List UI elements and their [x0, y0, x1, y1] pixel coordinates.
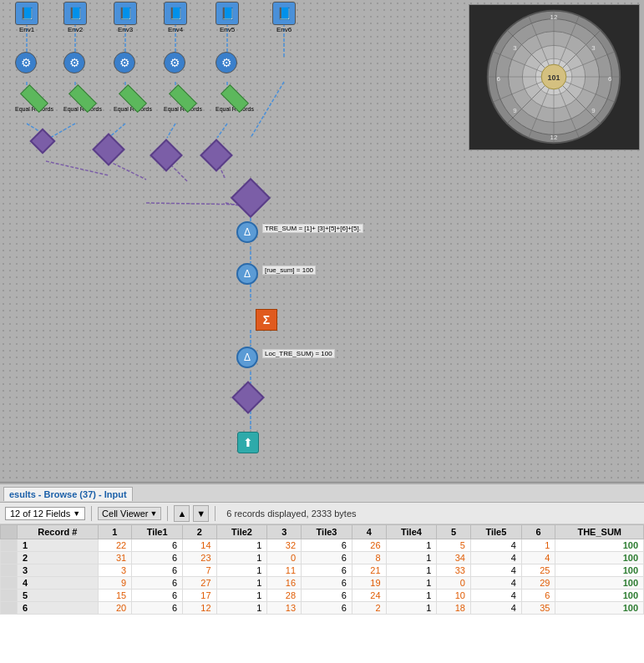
workflow-canvas: 📘 Env1 📘 Env2 📘 Env3 📘 Env4 📘 Env5 📘 Env…	[0, 0, 644, 483]
table-body: 1226141326261541100231623106813444100336…	[1, 539, 644, 615]
table-cell: 24	[352, 590, 386, 602]
filter1-icon: Δ	[236, 263, 258, 285]
node-filter1[interactable]: Δ	[236, 263, 258, 285]
results-tab[interactable]: esults - Browse (37) - Input	[3, 487, 133, 501]
node-circle1[interactable]: ⚙	[15, 52, 37, 73]
table-cell: 1	[216, 539, 267, 552]
toolbar-separator3	[215, 506, 216, 521]
svg-text:6: 6	[608, 75, 612, 83]
row-indicator	[1, 552, 18, 564]
th-tile5[interactable]: Tile5	[470, 525, 521, 539]
node-join3[interactable]: Equal Records	[114, 92, 152, 112]
th-1[interactable]: 1	[98, 525, 132, 539]
th-tile2[interactable]: Tile2	[216, 525, 267, 539]
cell-viewer-label: Cell Viewer	[102, 509, 148, 519]
th-tile1[interactable]: Tile1	[132, 525, 183, 539]
row-indicator	[1, 539, 18, 552]
photo-display: 12 3 6 9 12 9 6 3 101	[469, 4, 640, 150]
svg-line-14	[167, 124, 175, 138]
env3-icon: 📘	[114, 2, 137, 25]
table-cell: 10	[437, 590, 471, 602]
node-join2[interactable]: Equal Records	[63, 92, 102, 112]
th-3[interactable]: 3	[267, 525, 302, 539]
table-cell: 15	[98, 590, 132, 602]
table-cell: 14	[183, 539, 217, 552]
table-cell: 6	[132, 564, 183, 577]
node-env2[interactable]: 📘 Env2	[63, 2, 87, 33]
table-row: 3367111621133425100	[1, 564, 644, 577]
bottom-panel: esults - Browse (37) - Input 12 of 12 Fi…	[0, 483, 644, 663]
node-env4[interactable]: 📘 Env4	[164, 2, 187, 33]
table-cell: 31	[98, 552, 132, 564]
svg-line-18	[109, 161, 146, 180]
node-purple2[interactable]	[97, 138, 120, 161]
cell-viewer-arrow[interactable]: ▼	[150, 509, 158, 518]
table-cell: 6	[132, 590, 183, 602]
th-4[interactable]: 4	[352, 525, 386, 539]
node-env3[interactable]: 📘 Env3	[114, 2, 137, 33]
table-cell: 21	[352, 564, 386, 577]
node-formula2[interactable]: Δ	[236, 347, 258, 368]
sort-down-btn[interactable]: ▼	[193, 505, 209, 522]
table-cell: 1	[386, 577, 437, 590]
sort-up-btn[interactable]: ▲	[174, 505, 190, 522]
node-formula1[interactable]: Δ	[236, 221, 258, 243]
table-cell: 100	[555, 539, 644, 552]
node-env6[interactable]: 📘 Env6	[272, 2, 296, 33]
svg-text:6: 6	[496, 75, 500, 83]
th-thesum[interactable]: THE_SUM	[555, 525, 644, 539]
node-env1[interactable]: 📘 Env1	[15, 2, 38, 33]
node-join5[interactable]: Equal Records	[216, 92, 254, 112]
table-cell: 12	[183, 602, 217, 615]
table-cell: 4	[470, 564, 521, 577]
th-6[interactable]: 6	[521, 525, 555, 539]
table-cell: 3	[98, 564, 132, 577]
node-purple1[interactable]	[33, 132, 52, 150]
formula2-icon: Δ	[236, 347, 258, 368]
cell-record: 2	[18, 552, 99, 564]
th-5[interactable]: 5	[437, 525, 471, 539]
table-cell: 100	[555, 577, 644, 590]
circle2-icon: ⚙	[63, 52, 85, 73]
node-purple-final[interactable]	[236, 386, 260, 409]
fields-badge[interactable]: 12 of 12 Fields ▼	[5, 507, 85, 520]
table-cell: 29	[521, 577, 555, 590]
table-cell: 20	[98, 602, 132, 615]
node-purple4[interactable]	[205, 144, 228, 167]
toolbar-separator2	[167, 506, 168, 521]
purple1-icon	[29, 128, 55, 154]
table-cell: 6	[132, 552, 183, 564]
node-join4[interactable]: Equal Records	[164, 92, 202, 112]
cell-record: 5	[18, 590, 99, 602]
th-tile3[interactable]: Tile3	[302, 525, 352, 539]
row-indicator	[1, 602, 18, 615]
svg-line-12	[50, 124, 75, 138]
node-circle4[interactable]: ⚙	[164, 52, 185, 73]
node-purple-main[interactable]	[236, 184, 265, 212]
table-cell: 4	[470, 577, 521, 590]
status-text: 6 records displayed, 2333 bytes	[226, 509, 356, 519]
table-cell: 23	[183, 552, 217, 564]
env2-label: Env2	[68, 26, 83, 33]
cell-record: 1	[18, 539, 99, 552]
cell-viewer-btn[interactable]: Cell Viewer ▼	[98, 507, 161, 520]
node-circle5[interactable]: ⚙	[216, 52, 237, 73]
data-table[interactable]: Record # 1 Tile1 2 Tile2 3 Tile3 4 Tile4…	[0, 524, 644, 663]
th-2[interactable]: 2	[183, 525, 217, 539]
th-record[interactable]: Record #	[18, 525, 99, 539]
node-sum[interactable]: Σ	[256, 309, 277, 331]
node-circle2[interactable]: ⚙	[63, 52, 85, 73]
table-row: 62061211362118435100	[1, 602, 644, 615]
node-circle3[interactable]: ⚙	[114, 52, 135, 73]
node-env5[interactable]: 📘 Env5	[216, 2, 239, 33]
table-row: 1226141326261541100	[1, 539, 644, 552]
node-output[interactable]: ⬆	[237, 432, 259, 453]
purple2-icon	[92, 133, 125, 166]
fields-count-label: 12 of 12 Fields	[10, 509, 70, 519]
table-row: 4962711661910429100	[1, 577, 644, 590]
th-tile4[interactable]: Tile4	[386, 525, 437, 539]
node-purple3[interactable]	[155, 144, 178, 167]
fields-dropdown-arrow[interactable]: ▼	[73, 509, 80, 518]
table-cell: 6	[132, 577, 183, 590]
node-join1[interactable]: Equal Records	[15, 92, 53, 112]
